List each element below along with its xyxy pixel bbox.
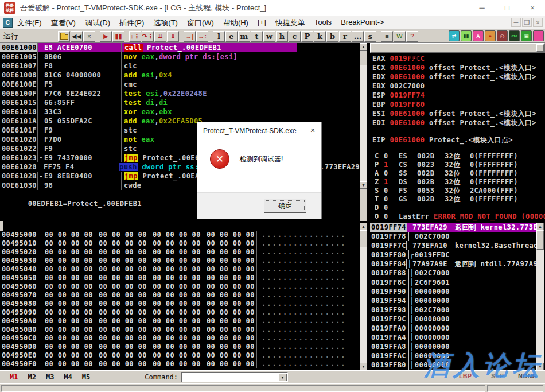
flag-row[interactable]: A0SS002B32位0(FFFFFFFF) (372, 169, 545, 178)
stack-row[interactable]: 0019FF80┌0019FFDC (370, 250, 536, 259)
stack-row[interactable]: 0019FFAC│00000000 (370, 351, 536, 360)
disasm-row[interactable]: 00E61000E8 ACEE0700call Protect_.00EDFEB… (0, 43, 360, 52)
disasm-row[interactable]: 00E61007F8clc (0, 61, 360, 71)
menu-item-help[interactable]: 帮助(H) (219, 16, 253, 30)
memory-tab-m5[interactable]: M5 (82, 373, 90, 381)
register-row[interactable]: ESI 00E61000 offset Protect_.<模块入口> (372, 109, 545, 118)
flag-row[interactable]: T0GS002B32位0(FFFFFFFF) (372, 195, 545, 204)
flag-row[interactable]: C0ES002B32位0(FFFFFFFF) (372, 152, 545, 161)
scroll-down-arrow[interactable]: ▼ (360, 181, 367, 189)
menu-item-debug[interactable]: 调试(D) (80, 16, 115, 30)
exec-till-user-button[interactable]: →: (196, 31, 208, 42)
mdi-restore-button[interactable]: ❐ (522, 18, 532, 27)
binary-icon[interactable]: 010 (509, 30, 520, 41)
close-process-button[interactable]: × (83, 31, 95, 42)
scroll-track[interactable] (360, 51, 367, 181)
register-row[interactable]: EDI 00E61000 offset Protect_.<模块入口> (372, 118, 545, 127)
flag-row[interactable]: S0FS005332位2CA000(FFF) (372, 187, 545, 195)
view-button-t[interactable]: t (251, 31, 263, 42)
scroll-up-arrow[interactable]: ▲ (360, 43, 367, 51)
open-file-button[interactable] (58, 31, 70, 42)
dump-pane[interactable]: 0049500000 00 00 0000 00 00 0000 00 00 0… (0, 231, 360, 370)
dialog-title-bar[interactable]: Protect_T-VMProtect-SDK.exe × (197, 122, 321, 139)
stack-row[interactable]: 0019FF84│77A97A9E返回到 ntdll.77A97A9E (370, 259, 536, 269)
menu-item-plugins[interactable]: 插件(P) (115, 16, 149, 30)
menu-item-breakpoint[interactable]: BreakPoint-> (336, 16, 389, 30)
dump-row[interactable]: 0049508000 00 00 0000 00 00 0000 00 00 0… (0, 300, 360, 308)
dump-row[interactable]: 004950D000 00 00 0000 00 00 0000 00 00 0… (0, 343, 360, 351)
animate-over-button[interactable]: ⇓ (167, 31, 179, 42)
exec-till-return-button[interactable]: →| (184, 31, 196, 42)
disasm-scrollbar[interactable]: ▲ ▼ (360, 43, 367, 221)
letter-a-icon[interactable]: A (473, 30, 484, 41)
registers-header-box[interactable] (536, 44, 544, 52)
dump-row[interactable]: 0049500000 00 00 0000 00 00 0000 00 00 0… (0, 231, 360, 239)
dump-row[interactable]: 0049509000 00 00 0000 00 00 0000 00 00 0… (0, 308, 360, 317)
dump-row[interactable]: 0049506000 00 00 0000 00 00 0000 00 00 0… (0, 282, 360, 291)
view-button-l[interactable]: l (213, 31, 225, 42)
stack-row[interactable]: 0019FF7C773EFA10kernel32.BaseThreadInitT… (370, 241, 536, 250)
mdi-close-button[interactable]: × (533, 18, 543, 27)
chevron-down-icon[interactable]: ▼ (278, 374, 287, 381)
menu-item-plus[interactable]: [+] (253, 16, 271, 30)
stack-row[interactable]: 0019FFA0│00000000 (370, 324, 536, 333)
view-button-b[interactable]: b (326, 31, 338, 42)
disasm-row[interactable]: 00E6100EF5cmc (0, 80, 360, 89)
stack-row[interactable]: 0019FF9C│00000000 (370, 315, 536, 324)
disasm-row[interactable]: 00E610058B06mov eax,dword ptr ds:[esi] (0, 52, 360, 61)
view-button-runtrace[interactable]: ... (352, 31, 364, 42)
scroll-down-arrow[interactable]: ▼ (360, 363, 367, 370)
disasm-row[interactable]: 00E6100881C6 04000000add esi,0x4 (0, 71, 360, 80)
view-button-P[interactable]: P (301, 31, 313, 42)
stack-row[interactable]: 0019FF98│002C7000 (370, 305, 536, 315)
disasm-row[interactable]: 00E6100FF7C6 8E24E022test esi,0x22E0248E (0, 89, 360, 98)
stack-row[interactable]: 0019FF94│00000000 (370, 296, 536, 305)
dialog-close-icon[interactable]: × (304, 122, 321, 139)
dump-row[interactable]: 004950B000 00 00 0000 00 00 0000 00 00 0… (0, 325, 360, 334)
menu-item-file[interactable]: 文件(F) (13, 16, 46, 30)
stack-row[interactable]: 0019FF88│002C7000 (370, 269, 536, 278)
dump-row[interactable]: 0049501000 00 00 0000 00 00 0000 00 00 0… (0, 239, 360, 248)
stack-row[interactable]: 0019FFB0│00000000 (370, 360, 536, 370)
flag-row[interactable]: Z1DS002B32位0(FFFFFFFF) (372, 178, 545, 187)
dump-row[interactable]: 004950A000 00 00 0000 00 00 0000 00 00 0… (0, 317, 360, 325)
stack-row[interactable]: 0019FF8C│2C6F9601 (370, 278, 536, 287)
clipped-icon[interactable] (533, 30, 544, 41)
view-button-c[interactable]: c (289, 31, 301, 42)
view-button-w[interactable]: w (263, 31, 275, 42)
stack-row[interactable]: 0019FFA4│00000000 (370, 333, 536, 342)
stack-row[interactable]: 0019FF74773EFA29返回到 kernel32.773EFA29 (370, 223, 536, 232)
memory-tab-m2[interactable]: M2 (28, 373, 36, 381)
menu-item-window[interactable]: 窗口(W) (182, 16, 219, 30)
dump-row[interactable]: 0049502000 00 00 0000 00 00 0000 00 00 0… (0, 248, 360, 257)
command-input[interactable]: ▼ (181, 372, 288, 382)
scroll-thumb[interactable] (360, 51, 367, 65)
pause-plugin-icon[interactable]: ▮▮ (461, 30, 472, 41)
stack-row[interactable]: 0019FF78002C7000 (370, 232, 536, 241)
memory-tab-m3[interactable]: M3 (46, 373, 54, 381)
menu-item-options[interactable]: 选项(T) (149, 16, 182, 30)
scroll-thumb[interactable] (536, 230, 544, 250)
record-icon[interactable]: ● (485, 30, 496, 41)
dump-row[interactable]: 0049504000 00 00 0000 00 00 0000 00 00 0… (0, 265, 360, 274)
view-button-e[interactable]: e (225, 31, 238, 42)
disasm-row[interactable]: 00E6101566:85FFtest di,di (0, 98, 360, 107)
help-button[interactable]: ? (406, 31, 418, 42)
run-button[interactable]: ▶ (100, 31, 112, 42)
dump-row[interactable]: 004950F000 00 00 0000 00 00 0000 00 00 0… (0, 360, 360, 368)
mdi-minimize-button[interactable]: ─ (511, 18, 521, 27)
stack-row[interactable]: 0019FF90│00000000 (370, 287, 536, 296)
stack-row[interactable]: 0019FFA8│00000000 (370, 342, 536, 351)
options-list-button[interactable]: ≡ (381, 31, 393, 42)
rewind-button[interactable]: ◀◀ (71, 31, 83, 42)
flag-row[interactable]: D0 (372, 204, 545, 212)
dump-row[interactable]: 0049503000 00 00 0000 00 00 0000 00 00 0… (0, 257, 360, 265)
ok-button[interactable]: 确定 (264, 199, 306, 213)
scroll-up-arrow[interactable]: ▲ (536, 223, 544, 230)
scroll-thumb[interactable] (360, 230, 367, 247)
step-into-button[interactable]: ↓⋮ (129, 31, 141, 42)
view-button-r[interactable]: r (339, 31, 351, 42)
pause-button[interactable]: ▮▮ (112, 31, 124, 42)
memory-tab-m1[interactable]: M1 (10, 373, 18, 381)
memory-tab-m4[interactable]: M4 (64, 373, 72, 381)
